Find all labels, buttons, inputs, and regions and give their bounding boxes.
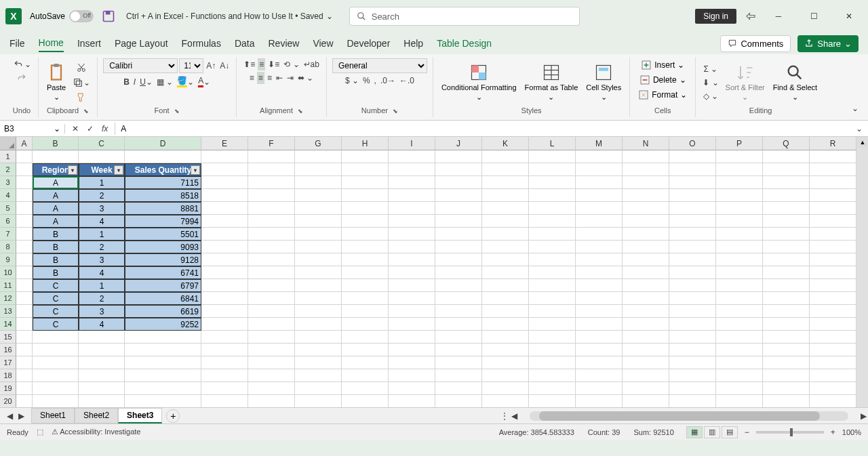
cell-N5[interactable]: [623, 202, 669, 215]
cell-Q1[interactable]: [763, 150, 810, 163]
merge-center-button[interactable]: ⬌ ⌄: [296, 72, 315, 84]
cell-M4[interactable]: [576, 189, 623, 202]
cell-L1[interactable]: [529, 150, 576, 163]
row-header-5[interactable]: 5: [0, 202, 16, 215]
cell-L12[interactable]: [529, 292, 576, 305]
cell-L7[interactable]: [529, 228, 576, 241]
cell-C15[interactable]: [79, 331, 125, 344]
autosave-toggle[interactable]: AutoSave Off: [30, 10, 94, 22]
cell-P12[interactable]: [716, 292, 763, 305]
cell-L2[interactable]: [529, 163, 576, 176]
row-header-15[interactable]: 15: [0, 331, 16, 344]
cell-F8[interactable]: [248, 241, 295, 253]
col-header-L[interactable]: L: [529, 137, 576, 150]
cell-O3[interactable]: [669, 176, 716, 189]
row-header-1[interactable]: 1: [0, 150, 16, 163]
cell-F2[interactable]: [248, 163, 295, 176]
find-select-button[interactable]: Find & Select ⌄: [770, 62, 820, 103]
cell-Q19[interactable]: [763, 382, 810, 395]
cell-P8[interactable]: [716, 241, 763, 253]
minimize-button[interactable]: ─: [765, 7, 792, 26]
cell-E18[interactable]: [201, 369, 248, 382]
cell-N13[interactable]: [623, 305, 669, 318]
cell-H4[interactable]: [342, 189, 389, 202]
alignment-launcher[interactable]: ⬊: [298, 108, 303, 115]
cell-C19[interactable]: [79, 382, 125, 395]
delete-cells-button[interactable]: Delete ⌄: [637, 73, 689, 87]
cell-R16[interactable]: [810, 344, 856, 356]
font-launcher[interactable]: ⬊: [174, 108, 180, 115]
cell-M9[interactable]: [576, 253, 623, 266]
align-center-button[interactable]: ≡: [257, 72, 264, 84]
col-header-A[interactable]: A: [16, 137, 33, 150]
cell-I3[interactable]: [389, 176, 435, 189]
cell-J12[interactable]: [435, 292, 482, 305]
fill-color-button[interactable]: 🪣 ⌄: [176, 75, 195, 89]
cell-D10[interactable]: 6741: [125, 266, 201, 279]
cell-Q10[interactable]: [763, 266, 810, 279]
cell-R4[interactable]: [810, 189, 856, 202]
tab-page-layout[interactable]: Page Layout: [115, 35, 168, 51]
cell-A2[interactable]: [16, 163, 33, 176]
cell-L4[interactable]: [529, 189, 576, 202]
cell-C2[interactable]: Week▾: [79, 163, 125, 176]
comma-format-button[interactable]: ,: [373, 75, 378, 87]
sheet-tab-sheet1[interactable]: Sheet1: [31, 408, 75, 423]
cell-C4[interactable]: 2: [79, 189, 125, 202]
macro-recording-icon[interactable]: ⬚: [37, 428, 43, 436]
cell-J9[interactable]: [435, 253, 482, 266]
cell-P18[interactable]: [716, 369, 763, 382]
decrease-decimal-button[interactable]: ←.0: [398, 75, 416, 87]
row-header-10[interactable]: 10: [0, 266, 16, 279]
col-header-K[interactable]: K: [482, 137, 529, 150]
cell-J13[interactable]: [435, 305, 482, 318]
cell-I4[interactable]: [389, 189, 435, 202]
signin-button[interactable]: Sign in: [695, 9, 736, 24]
bold-button[interactable]: B: [122, 75, 131, 89]
cell-M1[interactable]: [576, 150, 623, 163]
cell-A12[interactable]: [16, 292, 33, 305]
cell-I9[interactable]: [389, 253, 435, 266]
cell-C1[interactable]: [79, 150, 125, 163]
cell-H17[interactable]: [342, 356, 389, 369]
align-bottom-button[interactable]: ⬇≡: [267, 58, 281, 70]
cell-I2[interactable]: [389, 163, 435, 176]
cell-P5[interactable]: [716, 202, 763, 215]
cut-button[interactable]: [71, 61, 92, 75]
cell-C17[interactable]: [79, 356, 125, 369]
cell-B9[interactable]: B: [33, 253, 79, 266]
cell-F5[interactable]: [248, 202, 295, 215]
document-title[interactable]: Ctrl + A in Excel - Functions and How to…: [126, 12, 333, 21]
cell-H20[interactable]: [342, 395, 389, 407]
cell-G16[interactable]: [295, 344, 342, 356]
cell-B7[interactable]: B: [33, 228, 79, 241]
format-as-table-button[interactable]: Format as Table ⌄: [522, 62, 581, 103]
cell-O17[interactable]: [669, 356, 716, 369]
cell-C6[interactable]: 4: [79, 215, 125, 228]
cell-M8[interactable]: [576, 241, 623, 253]
row-header-13[interactable]: 13: [0, 305, 16, 318]
cell-Q14[interactable]: [763, 318, 810, 331]
cell-L3[interactable]: [529, 176, 576, 189]
cell-G9[interactable]: [295, 253, 342, 266]
cell-E9[interactable]: [201, 253, 248, 266]
cell-D9[interactable]: 9128: [125, 253, 201, 266]
cell-A14[interactable]: [16, 318, 33, 331]
cell-O6[interactable]: [669, 215, 716, 228]
cell-B13[interactable]: C: [33, 305, 79, 318]
cell-K16[interactable]: [482, 344, 529, 356]
cell-P9[interactable]: [716, 253, 763, 266]
cell-O7[interactable]: [669, 228, 716, 241]
row-header-17[interactable]: 17: [0, 356, 16, 369]
cell-N6[interactable]: [623, 215, 669, 228]
cell-M18[interactable]: [576, 369, 623, 382]
cell-K14[interactable]: [482, 318, 529, 331]
cell-J2[interactable]: [435, 163, 482, 176]
cell-R7[interactable]: [810, 228, 856, 241]
underline-button[interactable]: U ⌄: [138, 75, 154, 89]
cell-I17[interactable]: [389, 356, 435, 369]
filter-button-region[interactable]: ▾: [68, 165, 77, 175]
cell-E3[interactable]: [201, 176, 248, 189]
cell-G14[interactable]: [295, 318, 342, 331]
clipboard-launcher[interactable]: ⬊: [83, 108, 89, 115]
